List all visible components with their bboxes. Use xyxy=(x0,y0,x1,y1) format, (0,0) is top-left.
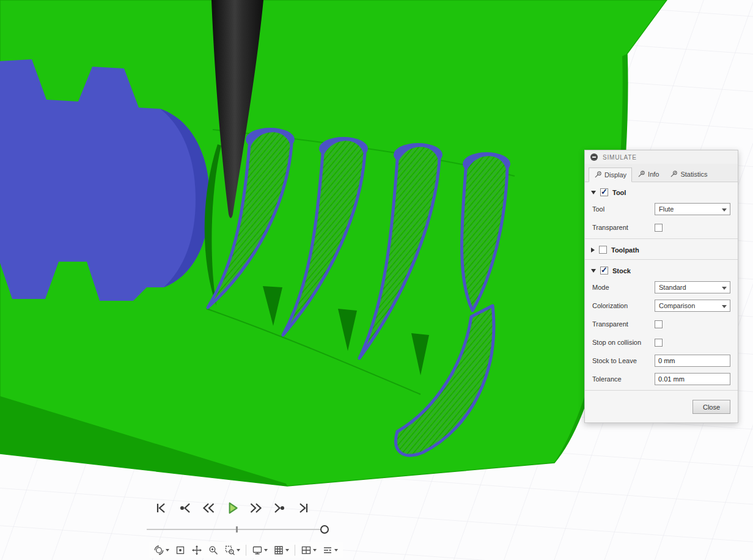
stock-visible-checkbox[interactable] xyxy=(600,267,608,274)
tab-display[interactable]: Display xyxy=(589,168,632,182)
field-label: Tool xyxy=(592,205,655,213)
chevron-down-icon xyxy=(166,549,169,551)
tab-label: Statistics xyxy=(680,171,707,178)
toolpath-visible-checkbox[interactable] xyxy=(599,246,607,254)
field-label: Tolerance xyxy=(592,375,655,383)
field-label: Transparent xyxy=(592,224,655,231)
grid-and-snaps-button[interactable] xyxy=(271,543,291,558)
stock-transparent-checkbox[interactable] xyxy=(655,320,663,328)
play-button[interactable] xyxy=(224,499,240,517)
fast-forward-button[interactable] xyxy=(248,499,264,517)
simulate-panel: SIMULATE Display Info Statistics xyxy=(584,150,738,423)
dropdown-value: Flute xyxy=(659,205,674,213)
tab-label: Info xyxy=(648,171,659,178)
step-back-button[interactable] xyxy=(177,499,193,517)
fit-button[interactable] xyxy=(222,543,242,558)
simulation-timeline[interactable] xyxy=(147,525,330,534)
toolbar-separator xyxy=(295,545,295,556)
stock-mode-dropdown[interactable]: Standard xyxy=(655,281,730,293)
timeline-handle[interactable] xyxy=(320,525,329,534)
step-forward-icon xyxy=(273,501,287,515)
skip-to-end-icon xyxy=(296,501,311,515)
panel-body: Tool Tool Flute Transparent Tool xyxy=(585,182,738,422)
collapse-triangle-icon[interactable] xyxy=(591,191,596,194)
stock-to-leave-row: Stock to Leave xyxy=(585,352,738,370)
tool-row: Tool Flute xyxy=(585,200,738,218)
pan-button[interactable] xyxy=(189,543,204,558)
playback-controls xyxy=(153,499,312,517)
tab-statistics[interactable]: Statistics xyxy=(664,167,713,182)
view-toolbar xyxy=(149,542,343,558)
tab-label: Display xyxy=(604,171,626,179)
orbit-button[interactable] xyxy=(152,543,171,558)
chevron-down-icon xyxy=(722,208,727,212)
chevron-down-icon xyxy=(285,549,289,551)
look-at-button[interactable] xyxy=(173,543,188,558)
grid-icon xyxy=(273,545,284,556)
expand-triangle-icon[interactable] xyxy=(591,248,595,252)
viewports-icon xyxy=(301,545,312,556)
panel-footer: Close xyxy=(585,392,738,422)
zoom-button[interactable] xyxy=(206,543,221,558)
application-window: SIMULATE Display Info Statistics xyxy=(0,0,753,560)
look-at-icon xyxy=(175,545,186,556)
panel-header[interactable]: SIMULATE xyxy=(585,150,738,164)
skip-to-start-button[interactable] xyxy=(153,499,169,517)
collapse-panel-icon[interactable] xyxy=(590,153,598,161)
stock-to-leave-input[interactable] xyxy=(655,355,730,367)
rewind-button[interactable] xyxy=(200,499,216,517)
field-label: Mode xyxy=(592,284,655,291)
chevron-down-icon xyxy=(237,549,240,551)
section-label: Tool xyxy=(612,189,626,196)
tab-info[interactable]: Info xyxy=(632,167,664,182)
stock-colorization-dropdown[interactable]: Comparison xyxy=(655,300,730,312)
field-label: Transparent xyxy=(592,320,655,328)
chevron-down-icon xyxy=(722,287,727,290)
tool-transparent-row: Transparent xyxy=(585,218,738,237)
section-label: Stock xyxy=(612,267,631,274)
viewports-button[interactable] xyxy=(299,543,318,558)
info-tab-icon xyxy=(637,170,645,178)
chevron-down-icon xyxy=(334,549,338,551)
divider xyxy=(585,238,738,239)
tool-visible-checkbox[interactable] xyxy=(600,188,608,196)
chevron-down-icon xyxy=(313,549,317,551)
step-back-icon xyxy=(177,501,192,515)
rewind-icon xyxy=(201,501,216,515)
fast-forward-icon xyxy=(249,501,263,515)
statistics-tab-icon xyxy=(670,170,678,178)
chevron-down-icon xyxy=(264,549,268,551)
field-label: Stop on collision xyxy=(592,339,655,346)
tool-transparent-checkbox[interactable] xyxy=(655,224,663,232)
toolbar-separator xyxy=(246,545,246,556)
play-icon xyxy=(224,500,240,516)
section-label: Toolpath xyxy=(611,246,639,254)
step-forward-button[interactable] xyxy=(272,499,288,517)
orbit-icon xyxy=(153,545,164,556)
field-label: Colorization xyxy=(592,302,655,309)
stock-transparent-row: Transparent xyxy=(585,315,738,333)
stop-on-collision-checkbox[interactable] xyxy=(655,339,663,347)
close-button[interactable]: Close xyxy=(692,400,730,414)
steps-settings-button[interactable] xyxy=(320,543,340,558)
tool-dropdown[interactable]: Flute xyxy=(655,203,730,215)
stock-mode-row: Mode Standard xyxy=(585,278,738,297)
skip-to-end-button[interactable] xyxy=(296,499,312,517)
skip-to-start-icon xyxy=(153,501,168,515)
pan-icon xyxy=(191,545,202,556)
tool-section-header[interactable]: Tool xyxy=(585,183,738,200)
timeline-marker xyxy=(236,526,238,532)
display-tab-icon xyxy=(594,171,602,179)
stock-section-header[interactable]: Stock xyxy=(585,262,738,278)
stock-colorization-row: Colorization Comparison xyxy=(585,297,738,315)
dropdown-value: Comparison xyxy=(659,302,695,309)
zoom-icon xyxy=(208,545,219,556)
toolpath-section-header[interactable]: Toolpath xyxy=(585,241,738,257)
divider xyxy=(585,390,738,391)
collapse-triangle-icon[interactable] xyxy=(591,269,596,273)
panel-tabs: Display Info Statistics xyxy=(585,164,738,182)
fit-icon xyxy=(224,545,235,556)
display-settings-button[interactable] xyxy=(250,543,270,558)
tolerance-row: Tolerance xyxy=(585,370,738,388)
tolerance-input[interactable] xyxy=(655,373,730,385)
